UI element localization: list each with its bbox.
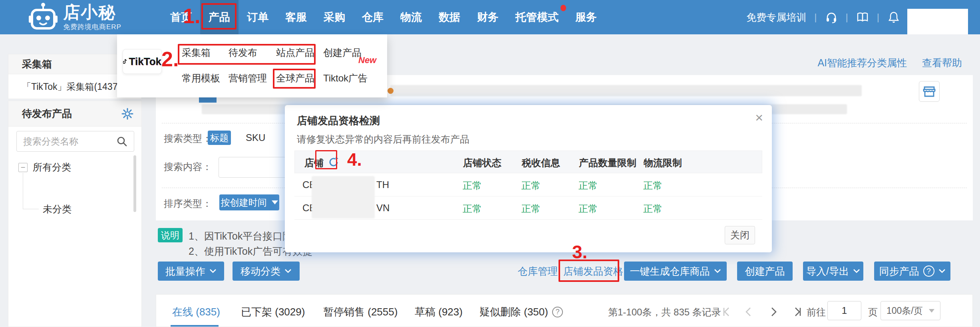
search-placeholder: 搜索分类名称 <box>23 135 78 148</box>
tree-connector <box>23 173 23 209</box>
menu-collect-box[interactable]: 采集箱 <box>182 46 211 59</box>
nav-item-services[interactable]: 服务 <box>567 0 605 34</box>
search-icon[interactable] <box>116 136 127 147</box>
sync-product-button[interactable]: 同步产品 ? <box>874 262 950 281</box>
nav-item-warehouse[interactable]: 仓库 <box>354 0 392 34</box>
category-search-input[interactable]: 搜索分类名称 <box>16 131 134 152</box>
first-page-icon[interactable] <box>722 307 732 317</box>
nav-item-product[interactable]: 产品 <box>200 0 239 34</box>
navbar-right: 免费专属培训 | | | <box>746 0 900 34</box>
close-button[interactable]: 关闭 <box>725 226 755 244</box>
store-view-button[interactable] <box>919 81 940 102</box>
tab-online[interactable]: 在线 (835) <box>172 305 220 319</box>
tiktok-platform-badge[interactable]: TikTok <box>123 49 162 74</box>
page-size-select[interactable]: 100条/页 <box>881 301 940 320</box>
nav-item-hosting[interactable]: 托管模式 <box>507 0 567 34</box>
search-content-label: 搜索内容： <box>164 161 212 173</box>
ai-recommend-link[interactable]: AI智能推荐分类属性 <box>817 56 907 69</box>
menu-common-templates[interactable]: 常用模板 <box>182 72 220 85</box>
move-category-button[interactable]: 移动分类 <box>233 262 300 281</box>
tree-node-all-categories[interactable]: − 所有分类 <box>18 161 71 174</box>
status-product-limit: 正常 <box>578 202 598 215</box>
menu-marketing[interactable]: 营销管理 <box>229 72 267 85</box>
sort-type-dropdown[interactable]: 按创建时间 <box>219 194 279 210</box>
batch-operation-button[interactable]: 批量操作 <box>158 262 224 281</box>
search-type-title-chip[interactable]: 标题 <box>208 131 231 145</box>
menu-create-product[interactable]: 创建产品 <box>323 46 362 59</box>
tree-node-uncategorized[interactable]: 未分类 <box>43 203 72 216</box>
user-account-masked[interactable] <box>907 9 968 34</box>
sort-type-label: 排序类型： <box>164 197 212 210</box>
shop-platform-dot-icon <box>388 88 394 94</box>
tab-suspected-deleted[interactable]: 疑似删除 (350) ? <box>479 305 563 319</box>
menu-global-products[interactable]: 全球产品 <box>276 72 314 85</box>
menu-tiktok-ads[interactable]: Tiktok广告 <box>323 72 368 85</box>
search-type-label: 搜索类型： <box>164 132 212 145</box>
nav-item-finance[interactable]: 财务 <box>469 0 507 34</box>
tab-draft[interactable]: 草稿 (923) <box>415 305 463 319</box>
view-help-link[interactable]: 查看帮助 <box>922 56 962 69</box>
close-icon[interactable]: × <box>755 111 763 124</box>
help-book-icon[interactable] <box>856 11 869 24</box>
table-header: 店铺 店铺状态 税收信息 产品数量限制 物流限制 <box>294 151 762 173</box>
tab-delisted[interactable]: 已下架 (3029) <box>241 305 305 319</box>
generate-warehouse-goods-button[interactable]: 一键生成仓库商品 <box>624 262 727 281</box>
nav-item-service[interactable]: 客服 <box>277 0 315 34</box>
col-product-limit: 产品数量限制 <box>579 157 636 169</box>
modal-title: 店铺发品资格检测 <box>297 114 380 128</box>
shop-qualification-modal: × 店铺发品资格检测 请修复状态异常的内容后再前往发布产品 店铺 店铺状态 税收… <box>285 105 772 252</box>
sidebar-scrollbar-thumb[interactable] <box>133 155 136 212</box>
chevron-down-icon <box>284 269 292 273</box>
refresh-icon[interactable] <box>328 156 340 168</box>
logo-subtitle: 免费跨境电商ERP <box>63 22 121 32</box>
chevron-down-icon <box>209 269 217 273</box>
main-nav: 首页 产品 订单 客服 采购 仓库 物流 数据 财务 托管模式 服务 <box>162 0 605 34</box>
menu-site-products[interactable]: 站点产品 <box>276 46 314 59</box>
prev-page-icon[interactable] <box>743 307 754 317</box>
app-logo[interactable]: 店小秘 免费跨境电商ERP <box>28 2 121 32</box>
tiktok-note-icon <box>123 56 127 67</box>
status-tax: 正常 <box>521 202 541 215</box>
nav-item-orders[interactable]: 订单 <box>239 0 277 34</box>
next-page-icon[interactable] <box>768 307 779 317</box>
import-export-button[interactable]: 导入/导出 <box>803 262 863 281</box>
headset-icon[interactable] <box>825 11 838 24</box>
tree-collapse-icon[interactable]: − <box>18 163 28 172</box>
annotation-step-1: 1. <box>183 6 200 26</box>
pending-products-panel: 待发布产品 搜索分类名称 − 所有分类 未分类 <box>8 101 142 327</box>
question-circle-icon: ? <box>923 266 934 277</box>
robot-logo-icon <box>28 2 58 32</box>
active-tab-underline <box>171 325 219 327</box>
nav-item-data[interactable]: 数据 <box>430 0 469 34</box>
search-type-sku-option[interactable]: SKU <box>246 132 265 143</box>
page-unit-label: 页 <box>868 306 878 319</box>
notification-dot <box>561 5 566 11</box>
shop-name-suffix: VN <box>376 202 390 214</box>
goto-label: 前往 <box>807 306 826 319</box>
product-list-card: 在线 (835) 已下架 (3029) 暂停销售 (2555) 草稿 (923)… <box>156 294 973 327</box>
page-number-input[interactable] <box>827 301 861 320</box>
tree-connector <box>23 209 39 209</box>
tiktok-label: TikTok <box>129 55 161 68</box>
training-link[interactable]: 免费专属培训 <box>746 11 806 24</box>
status-product-limit: 正常 <box>578 179 598 192</box>
warehouse-manage-link[interactable]: 仓库管理 <box>518 265 558 278</box>
qualification-table: 店铺 店铺状态 税收信息 产品数量限制 物流限制 CB TH 正常 正常 正常 … <box>294 151 762 220</box>
shop-qualification-link[interactable]: 店铺发品资格 <box>563 265 623 278</box>
question-circle-icon: ? <box>552 307 563 317</box>
menu-pending-publish[interactable]: 待发布 <box>229 46 257 59</box>
storefront-icon <box>922 85 936 98</box>
col-shop: 店铺 <box>304 157 324 169</box>
create-product-button[interactable]: 创建产品 <box>737 262 793 281</box>
nav-item-logistics[interactable]: 物流 <box>392 0 430 34</box>
status-logistics: 正常 <box>643 179 662 192</box>
last-page-icon[interactable] <box>792 307 803 317</box>
product-dropdown-menu: TikTok 采集箱 待发布 站点产品 创建产品 常用模板 营销管理 全球产品 … <box>117 34 387 97</box>
tab-paused[interactable]: 暂停销售 (2555) <box>323 305 398 319</box>
gear-icon[interactable] <box>121 108 133 120</box>
bell-icon[interactable] <box>887 11 900 24</box>
logo-title: 店小秘 <box>63 3 121 22</box>
annotation-step-2: 2. <box>161 49 179 69</box>
content-top-links: AI智能推荐分类属性 查看帮助 <box>817 56 962 69</box>
nav-item-purchase[interactable]: 采购 <box>315 0 354 34</box>
